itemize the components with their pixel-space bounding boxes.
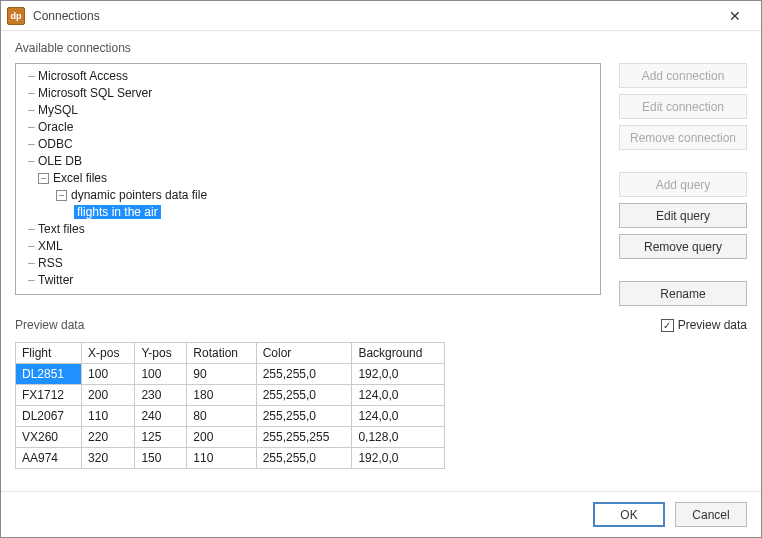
- edit-connection-button[interactable]: Edit connection: [619, 94, 747, 119]
- remove-query-button[interactable]: Remove query: [619, 234, 747, 259]
- cancel-button[interactable]: Cancel: [675, 502, 747, 527]
- tree-item-rest-3[interactable]: Twitter: [28, 272, 594, 289]
- table-cell[interactable]: 150: [135, 448, 187, 469]
- titlebar: dp Connections ✕: [1, 1, 761, 31]
- table-cell[interactable]: 255,255,0: [256, 385, 352, 406]
- table-cell[interactable]: 110: [187, 448, 256, 469]
- table-cell[interactable]: 125: [135, 427, 187, 448]
- table-cell[interactable]: 192,0,0: [352, 448, 445, 469]
- tree-item-3[interactable]: Oracle: [28, 119, 594, 136]
- table-cell[interactable]: 80: [187, 406, 256, 427]
- tree-item-4[interactable]: ODBC: [28, 136, 594, 153]
- rename-button[interactable]: Rename: [619, 281, 747, 306]
- app-icon: dp: [7, 7, 25, 25]
- table-cell[interactable]: DL2851: [16, 364, 82, 385]
- available-connections-label: Available connections: [15, 39, 747, 57]
- edit-query-button[interactable]: Edit query: [619, 203, 747, 228]
- table-cell[interactable]: 0,128,0: [352, 427, 445, 448]
- tree-item-0[interactable]: Microsoft Access: [28, 68, 594, 85]
- table-cell[interactable]: 180: [187, 385, 256, 406]
- tree-toggle-icon[interactable]: –: [56, 190, 67, 201]
- tree-item-dynamic-pointers[interactable]: –dynamic pointers data fileflights in th…: [46, 187, 594, 221]
- tree-item-excel-files[interactable]: –Excel files–dynamic pointers data filef…: [28, 170, 594, 221]
- tree-item-rest-2[interactable]: RSS: [28, 255, 594, 272]
- ok-button[interactable]: OK: [593, 502, 665, 527]
- table-cell[interactable]: 230: [135, 385, 187, 406]
- add-connection-button[interactable]: Add connection: [619, 63, 747, 88]
- tree-selected-label: flights in the air: [74, 205, 161, 219]
- preview-table[interactable]: FlightX-posY-posRotationColorBackground …: [15, 342, 445, 469]
- table-cell[interactable]: FX1712: [16, 385, 82, 406]
- table-cell[interactable]: 255,255,0: [256, 406, 352, 427]
- table-cell[interactable]: 90: [187, 364, 256, 385]
- dialog-body: Available connections Microsoft AccessMi…: [1, 31, 761, 491]
- table-cell[interactable]: 200: [187, 427, 256, 448]
- preview-data-label: Preview data: [15, 316, 84, 334]
- check-icon: ✓: [661, 319, 674, 332]
- table-row[interactable]: DL206711024080255,255,0124,0,0: [16, 406, 445, 427]
- table-cell[interactable]: 124,0,0: [352, 406, 445, 427]
- preview-data-checkbox[interactable]: ✓ Preview data: [661, 318, 747, 332]
- table-cell[interactable]: 200: [82, 385, 135, 406]
- table-cell[interactable]: 110: [82, 406, 135, 427]
- table-header[interactable]: Flight: [16, 343, 82, 364]
- table-row[interactable]: FX1712200230180255,255,0124,0,0: [16, 385, 445, 406]
- tree-item-flights-in-the-air[interactable]: flights in the air: [64, 204, 594, 221]
- close-icon[interactable]: ✕: [715, 8, 755, 24]
- table-row[interactable]: DL285110010090255,255,0192,0,0: [16, 364, 445, 385]
- tree-toggle-icon[interactable]: –: [38, 173, 49, 184]
- tree-item-5[interactable]: OLE DB: [28, 153, 594, 170]
- table-cell[interactable]: 255,255,255: [256, 427, 352, 448]
- table-cell[interactable]: AA974: [16, 448, 82, 469]
- preview-header-row: Preview data ✓ Preview data: [15, 316, 747, 334]
- tree-item-rest-1[interactable]: XML: [28, 238, 594, 255]
- table-cell[interactable]: 100: [135, 364, 187, 385]
- table-header[interactable]: Y-pos: [135, 343, 187, 364]
- preview-data-checkbox-label: Preview data: [678, 318, 747, 332]
- table-cell[interactable]: 320: [82, 448, 135, 469]
- table-cell[interactable]: VX260: [16, 427, 82, 448]
- tree-item-rest-0[interactable]: Text files: [28, 221, 594, 238]
- table-cell[interactable]: 192,0,0: [352, 364, 445, 385]
- table-cell[interactable]: 100: [82, 364, 135, 385]
- connections-tree[interactable]: Microsoft AccessMicrosoft SQL ServerMySQ…: [15, 63, 601, 295]
- table-header[interactable]: Color: [256, 343, 352, 364]
- table-cell[interactable]: 240: [135, 406, 187, 427]
- table-row[interactable]: AA974320150110255,255,0192,0,0: [16, 448, 445, 469]
- connections-dialog: dp Connections ✕ Available connections M…: [0, 0, 762, 538]
- table-header[interactable]: Background: [352, 343, 445, 364]
- window-title: Connections: [33, 9, 715, 23]
- table-row[interactable]: VX260220125200255,255,2550,128,0: [16, 427, 445, 448]
- remove-connection-button[interactable]: Remove connection: [619, 125, 747, 150]
- table-cell[interactable]: 124,0,0: [352, 385, 445, 406]
- dialog-footer: OK Cancel: [1, 491, 761, 537]
- table-header[interactable]: X-pos: [82, 343, 135, 364]
- add-query-button[interactable]: Add query: [619, 172, 747, 197]
- top-row: Microsoft AccessMicrosoft SQL ServerMySQ…: [15, 63, 747, 306]
- tree-item-2[interactable]: MySQL: [28, 102, 594, 119]
- table-cell[interactable]: DL2067: [16, 406, 82, 427]
- table-cell[interactable]: 255,255,0: [256, 448, 352, 469]
- table-header[interactable]: Rotation: [187, 343, 256, 364]
- table-cell[interactable]: 220: [82, 427, 135, 448]
- table-cell[interactable]: 255,255,0: [256, 364, 352, 385]
- tree-item-1[interactable]: Microsoft SQL Server: [28, 85, 594, 102]
- side-buttons: Add connection Edit connection Remove co…: [619, 63, 747, 306]
